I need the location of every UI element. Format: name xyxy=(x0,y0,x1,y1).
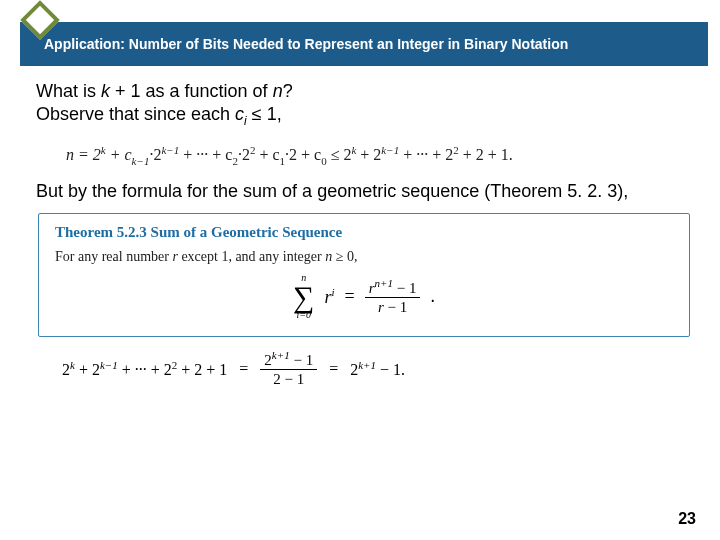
t-c: ≥ 0, xyxy=(332,249,357,264)
theorem-body: For any real number r except 1, and any … xyxy=(55,249,673,265)
fe-k1: k−1 xyxy=(100,359,118,371)
period: . xyxy=(430,286,435,307)
f-tail: + ··· + 2 xyxy=(399,146,453,163)
fraction: rn+1 − 1 r − 1 xyxy=(365,277,421,316)
f-rk1: k−1 xyxy=(381,144,399,156)
theorem-box: Theorem 5.2.3 Sum of a Geometric Sequenc… xyxy=(38,213,690,337)
f-d2: ·2 xyxy=(149,146,161,163)
text: What is xyxy=(36,81,101,101)
inequality-formula: n = 2k + ck−1·2k−1 + ··· + c2·22 + c1·2 … xyxy=(66,144,692,167)
final-equation: 2k + 2k−1 + ··· + 22 + 2 + 1 = 2k+1 − 1 … xyxy=(62,349,692,388)
fn-tail: − 1 xyxy=(393,280,416,296)
f-mid: + ··· + c xyxy=(179,146,232,163)
frac-num: rn+1 − 1 xyxy=(365,277,421,297)
var-n: n xyxy=(273,81,283,101)
text: + 1 as a function of xyxy=(110,81,273,101)
t-a: For any real number xyxy=(55,249,172,264)
f-rest: + c xyxy=(106,146,132,163)
equals: = xyxy=(345,286,355,307)
r-term: ri xyxy=(324,286,334,308)
sigma-symbol: ∑ xyxy=(293,283,314,310)
theorem-title: Theorem 5.2.3 Sum of a Geometric Sequenc… xyxy=(55,224,673,241)
t-b: except 1, and any integer xyxy=(178,249,325,264)
f-leq: ≤ 2 xyxy=(327,146,352,163)
var-c: c xyxy=(235,104,244,124)
text: ≤ 1, xyxy=(247,104,282,124)
fer-exp: k+1 xyxy=(358,359,376,371)
var-k: k xyxy=(101,81,110,101)
fen-exp: k+1 xyxy=(272,349,290,361)
fe-lhs: 2k + 2k−1 + ··· + 22 + 2 + 1 xyxy=(62,359,227,379)
sigma-icon: n ∑ i=0 xyxy=(293,273,314,320)
f-k1s: k−1 xyxy=(132,154,150,166)
fn-exp: n+1 xyxy=(375,277,393,289)
geometric-sum-equation: n ∑ i=0 ri = rn+1 − 1 r − 1 . xyxy=(55,273,673,320)
fe-eq2: = xyxy=(329,360,338,378)
page-number: 23 xyxy=(678,510,696,528)
slide-content: What is k + 1 as a function of n? Observ… xyxy=(36,80,692,388)
f-end: + 2 + 1. xyxy=(459,146,513,163)
f-k1e: k−1 xyxy=(161,144,179,156)
fe-rhs: 2k+1 − 1. xyxy=(350,359,405,379)
fe-mid: + ··· + 2 xyxy=(118,361,172,378)
f-p2: + 2 xyxy=(356,146,381,163)
fe-p: + 2 xyxy=(75,361,100,378)
fen-tail: − 1 xyxy=(290,352,313,368)
f-lhs: n = 2 xyxy=(66,146,101,163)
transition-line: But by the formula for the sum of a geom… xyxy=(36,180,692,203)
fd-tail: − 1 xyxy=(384,299,407,315)
fe-den: 2 − 1 xyxy=(269,370,308,388)
f-pc1: + c xyxy=(255,146,279,163)
question-line: What is k + 1 as a function of n? Observ… xyxy=(36,80,692,130)
slide-header: Application: Number of Bits Needed to Re… xyxy=(20,22,708,66)
f-d2p: ·2 + c xyxy=(285,146,321,163)
fer-2: 2 xyxy=(350,361,358,378)
fe-num: 2k+1 − 1 xyxy=(260,349,317,369)
fer-tail: − 1. xyxy=(376,361,405,378)
fe-tail: + 2 + 1 xyxy=(177,361,227,378)
f-d22: ·2 xyxy=(238,146,250,163)
slide-title: Application: Number of Bits Needed to Re… xyxy=(44,36,568,52)
text: Observe that since each xyxy=(36,104,235,124)
frac-den: r − 1 xyxy=(374,298,411,316)
text: ? xyxy=(283,81,293,101)
sigma-lower: i=0 xyxy=(296,310,311,320)
fe-frac: 2k+1 − 1 2 − 1 xyxy=(260,349,317,388)
fen-2: 2 xyxy=(264,352,272,368)
fe-eq1: = xyxy=(239,360,248,378)
rt-i: i xyxy=(331,286,334,298)
fe-2: 2 xyxy=(62,361,70,378)
